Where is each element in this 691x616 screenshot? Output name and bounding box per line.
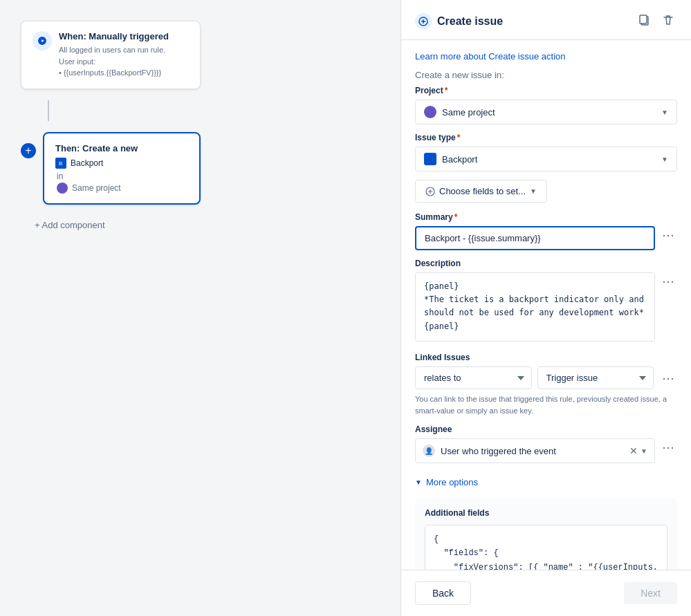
- svg-point-2: [59, 185, 66, 192]
- action-in-label: in: [57, 171, 188, 181]
- summary-field-content: Summary *: [415, 212, 655, 250]
- project-field: Project * Same project ▼: [415, 86, 677, 124]
- right-panel-header: Create issue: [401, 0, 691, 40]
- connector-line: [48, 100, 49, 121]
- project-circle-icon: [424, 106, 436, 118]
- issue-type-label: Issue type *: [415, 133, 677, 142]
- svg-text:B: B: [59, 160, 62, 167]
- issue-type-chevron-icon: ▼: [661, 156, 668, 163]
- summary-field-row: Summary * ⋯: [415, 212, 677, 250]
- add-component-label: + Add component: [35, 220, 105, 230]
- assignee-avatar-icon: 👤: [423, 445, 435, 457]
- delete-button[interactable]: [659, 11, 677, 31]
- issue-type-required-star: *: [457, 133, 461, 142]
- backport-type-icon: [424, 153, 436, 165]
- section-label: Create a new issue in:: [415, 70, 677, 80]
- right-panel-footer: Back Next: [401, 570, 691, 616]
- panel-title-row: Create issue: [415, 13, 503, 30]
- more-options-toggle[interactable]: ▼ More options: [415, 472, 478, 493]
- assignee-label: Assignee: [415, 424, 655, 434]
- next-button[interactable]: Next: [624, 582, 677, 604]
- linked-issues-target-select[interactable]: Trigger issue: [537, 366, 654, 389]
- project-select-inner: Same project: [424, 106, 661, 118]
- project-icon: [57, 183, 68, 194]
- action-issue-name: Backport: [71, 158, 103, 168]
- action-plus-button[interactable]: +: [21, 143, 36, 158]
- workflow-canvas: When: Manually triggered All logged in u…: [0, 0, 400, 616]
- assignee-select[interactable]: 👤 User who triggered the event ✕ ▼: [415, 438, 655, 463]
- issue-type-field: Issue type * Backport ▼: [415, 133, 677, 171]
- assignee-chevron-icon[interactable]: ▼: [641, 447, 647, 455]
- description-field-row: Description {panel} *The ticket is a bac…: [415, 259, 677, 344]
- learn-more-link[interactable]: Learn more about Create issue action: [415, 51, 677, 62]
- summary-more-button[interactable]: ⋯: [659, 225, 677, 245]
- project-select[interactable]: Same project ▼: [415, 100, 677, 124]
- trigger-card[interactable]: When: Manually triggered All logged in u…: [21, 21, 201, 89]
- choose-fields-label: Choose fields to set...: [439, 186, 526, 196]
- action-project-name: Same project: [72, 183, 121, 193]
- choose-fields-chevron: ▼: [530, 187, 537, 195]
- right-panel: Create issue Learn more about Create iss…: [400, 0, 691, 616]
- summary-required-star: *: [454, 212, 458, 222]
- description-more-button[interactable]: ⋯: [659, 271, 677, 292]
- more-options-chevron-icon: ▼: [415, 478, 422, 486]
- panel-title: Create issue: [437, 15, 503, 28]
- summary-label: Summary *: [415, 212, 655, 222]
- additional-fields-textarea[interactable]: { "fields": { "fixVersions": [{ "name" :…: [425, 525, 667, 570]
- additional-fields-label: Additional fields: [425, 508, 667, 518]
- project-required-star: *: [445, 86, 448, 95]
- header-actions: [636, 11, 677, 31]
- assignee-field-row: Assignee 👤 User who triggered the event …: [415, 424, 677, 463]
- linked-issues-relation-select[interactable]: relates to: [415, 366, 532, 389]
- assignee-field-content: Assignee 👤 User who triggered the event …: [415, 424, 655, 463]
- trigger-icon: [33, 31, 52, 50]
- trigger-card-content: When: Manually triggered All logged in u…: [59, 31, 169, 79]
- project-chevron-icon: ▼: [661, 109, 668, 116]
- assignee-clear-icon[interactable]: ✕: [629, 445, 638, 456]
- linked-issues-section: Linked Issues relates to Trigger issue ⋯…: [415, 353, 677, 416]
- trigger-card-title: When: Manually triggered: [59, 31, 169, 41]
- assignee-value: User who triggered the event: [441, 446, 624, 456]
- action-project-row: Same project: [57, 183, 188, 194]
- description-label: Description: [415, 259, 655, 268]
- trigger-card-sub2: User input:: [59, 56, 169, 68]
- back-button[interactable]: Back: [415, 581, 471, 605]
- description-textarea[interactable]: {panel} *The ticket is a backport indica…: [415, 272, 655, 342]
- assignee-more-button[interactable]: ⋯: [659, 437, 677, 458]
- add-component-button[interactable]: + Add component: [28, 216, 112, 234]
- trigger-card-sub3: • {{userInputs.{{BackportFV}}}}: [59, 67, 169, 79]
- duplicate-button[interactable]: [636, 11, 654, 31]
- issue-type-select-inner: Backport: [424, 153, 661, 165]
- description-field-content: Description {panel} *The ticket is a bac…: [415, 259, 655, 344]
- right-panel-body: Learn more about Create issue action Cre…: [401, 40, 691, 570]
- project-label: Project *: [415, 86, 677, 95]
- backport-icon: B: [55, 158, 66, 169]
- linked-issues-label: Linked Issues: [415, 353, 677, 362]
- linked-issues-hint: You can link to the issue that triggered…: [415, 393, 677, 416]
- summary-input[interactable]: [415, 226, 655, 250]
- choose-fields-button[interactable]: Choose fields to set... ▼: [415, 180, 547, 203]
- svg-rect-5: [640, 15, 647, 24]
- create-issue-icon: [415, 13, 432, 30]
- additional-fields-box: Additional fields { "fields": { "fixVers…: [415, 498, 677, 570]
- action-card-wrapper: + Then: Create a new B Backport in Same …: [21, 132, 201, 205]
- issue-type-select[interactable]: Backport ▼: [415, 147, 677, 171]
- action-card[interactable]: Then: Create a new B Backport in Same pr…: [43, 132, 201, 205]
- action-card-title: Then: Create a new: [55, 143, 188, 153]
- action-issue-row: B Backport: [55, 158, 188, 169]
- linked-issues-more-button[interactable]: ⋯: [659, 368, 677, 389]
- trigger-card-sub1: All logged in users can run rule.: [59, 44, 169, 56]
- assignee-actions: ✕ ▼: [629, 445, 647, 456]
- more-options-label: More options: [426, 477, 478, 487]
